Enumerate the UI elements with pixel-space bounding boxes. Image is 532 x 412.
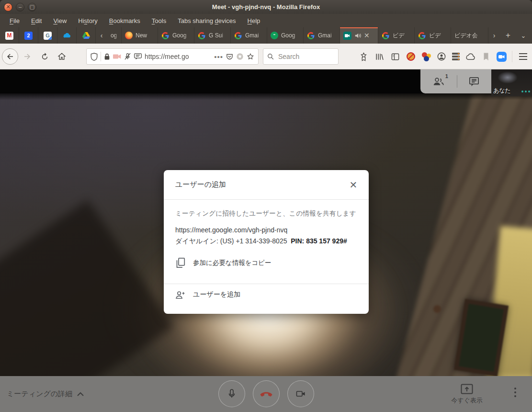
tab-gmail-1[interactable]: Gmai [231, 27, 267, 44]
meet-top-panel: 1 [420, 69, 491, 93]
meet-bottom-bar: ミーティングの詳細 今すぐ表示 [0, 376, 532, 412]
navigation-toolbar: https://meet.go ••• [0, 44, 532, 69]
hang-up-button[interactable] [253, 380, 280, 407]
menu-tools[interactable]: Tools [147, 15, 171, 26]
new-tab-button[interactable]: + [500, 27, 516, 44]
pinned-tab-gmail[interactable]: M [0, 27, 19, 44]
chevron-up-icon [77, 392, 84, 396]
tab-meet-active[interactable]: ✕ [340, 27, 378, 44]
translate-icon: G [44, 32, 52, 40]
meeting-details-button[interactable]: ミーティングの詳細 [7, 376, 84, 412]
firefox-icon [125, 32, 133, 39]
tab-gsuite[interactable]: G Sui [194, 27, 231, 44]
hangouts-icon: " [271, 32, 278, 39]
bookmark-ribbon-icon[interactable] [358, 51, 369, 62]
forward-button[interactable] [19, 48, 35, 65]
back-button[interactable] [2, 48, 18, 65]
url-text[interactable]: https://meet.go [145, 53, 211, 60]
gmail-icon: M [5, 32, 13, 40]
google-g-icon [161, 32, 170, 40]
tab-video-1[interactable]: ビデ [378, 27, 415, 44]
menu-bookmarks[interactable]: Bookmarks [104, 15, 145, 26]
microphone-button[interactable] [218, 380, 245, 407]
menu-hamburger-icon[interactable] [519, 53, 527, 60]
meeting-link: https://meet.google.com/vgh-pjnd-nvq [175, 226, 357, 234]
tab-scroll-right-button[interactable]: › [488, 27, 500, 44]
search-bar[interactable] [263, 48, 339, 65]
window-titlebar: ✕ – ▢ Meet - vgh-pjnd-nvq - Mozilla Fire… [0, 0, 532, 14]
menu-file[interactable]: File [5, 15, 24, 26]
google-g-icon [198, 32, 206, 40]
toolbar-separator [512, 51, 512, 62]
extension-balls-icon[interactable] [421, 52, 431, 61]
tab-close-icon[interactable]: ✕ [364, 32, 370, 39]
menu-edit[interactable]: Edit [26, 15, 46, 26]
tab-hangouts[interactable]: " Goog [267, 27, 304, 44]
tab-video-3[interactable]: ビデオ会 [451, 27, 488, 44]
bookmark-star-icon[interactable] [247, 53, 254, 60]
search-icon [267, 53, 274, 60]
self-options-icon[interactable] [521, 91, 530, 92]
notification-bubble-icon[interactable] [134, 53, 142, 60]
present-now-button[interactable]: 今すぐ表示 [445, 376, 488, 412]
participants-button[interactable]: 1 [432, 77, 445, 86]
present-icon [461, 384, 473, 394]
pinned-tab-drive[interactable] [77, 27, 96, 44]
window-title: Meet - vgh-pjnd-nvq - Mozilla Firefox [0, 3, 532, 11]
menu-history[interactable]: History [73, 15, 102, 26]
calendar-icon: 2 [24, 32, 33, 40]
page-actions-icon[interactable]: ••• [214, 53, 223, 61]
tracking-protection-shield-icon[interactable] [91, 53, 98, 61]
tab-audio-icon[interactable] [354, 33, 361, 39]
copy-joining-info-button[interactable]: 参加に必要な情報をコピー [175, 257, 357, 268]
google-g-icon [307, 32, 315, 40]
bookmark-flag-disabled-icon[interactable] [481, 51, 491, 62]
pinned-tab-onedrive[interactable] [57, 27, 77, 44]
url-bar[interactable]: https://meet.go ••• [86, 48, 259, 65]
account-icon[interactable] [436, 51, 447, 62]
pinned-tab-translate[interactable]: G [38, 27, 57, 44]
server-stack-icon[interactable] [452, 53, 460, 60]
home-button[interactable] [54, 48, 70, 65]
curtain-rod-knob [433, 305, 441, 313]
tab-gmail-2[interactable]: Gmai [304, 27, 340, 44]
google-g-icon [382, 32, 390, 40]
zoom-icon[interactable] [497, 52, 507, 62]
camera-in-use-icon[interactable] [113, 54, 121, 59]
tab-google-1[interactable]: Goog [158, 27, 194, 44]
noscript-icon[interactable] [406, 51, 416, 62]
dialog-close-icon[interactable]: ✕ [348, 180, 359, 191]
menu-tabs-sharing-devices[interactable]: Tabs sharing devices [173, 15, 240, 26]
library-icon[interactable] [374, 51, 385, 62]
tab-video-2[interactable]: ビデ [415, 27, 451, 44]
chat-button[interactable] [469, 77, 479, 86]
onedrive-cloud-icon [63, 32, 71, 40]
google-g-icon [234, 32, 242, 40]
cloud-icon[interactable] [465, 51, 475, 62]
microphone-blocked-icon[interactable] [124, 53, 131, 60]
tab-overflow-fragment[interactable]: og [107, 27, 122, 44]
menu-help[interactable]: Help [243, 15, 265, 26]
add-users-button[interactable]: ユーザーを追加 [175, 290, 240, 299]
sidebar-icon[interactable] [390, 51, 400, 62]
more-options-icon[interactable] [514, 388, 516, 397]
menu-view[interactable]: View [48, 15, 71, 26]
copy-icon [175, 257, 185, 268]
reload-button[interactable] [36, 48, 53, 65]
meet-icon [343, 32, 351, 40]
pocket-icon[interactable] [226, 53, 233, 60]
share-info-text: ミーティングに招待したユーザーと、この情報を共有します [175, 209, 357, 218]
tab-new[interactable]: New [122, 27, 158, 44]
search-input[interactable] [277, 52, 334, 61]
all-tabs-dropdown-button[interactable]: ⌄ [516, 27, 531, 44]
camera-button[interactable] [287, 380, 314, 407]
pinned-tab-calendar[interactable]: 2 [19, 27, 38, 44]
urlbar-separator [101, 52, 101, 61]
person-add-icon [175, 291, 185, 299]
lock-icon[interactable] [104, 53, 110, 60]
self-video-thumbnail[interactable]: あなた [491, 69, 532, 96]
add-users-dialog: ユーザーの追加 ✕ ミーティングに招待したユーザーと、この情報を共有します ht… [164, 170, 369, 314]
meet-page: あなた 1 ユーザーの追加 ✕ ミーティングに招待したユーザーと、この情報を共有… [0, 69, 532, 412]
tab-scroll-left-button[interactable]: ‹ [96, 27, 107, 44]
extension-star-badge-icon[interactable] [236, 53, 244, 60]
